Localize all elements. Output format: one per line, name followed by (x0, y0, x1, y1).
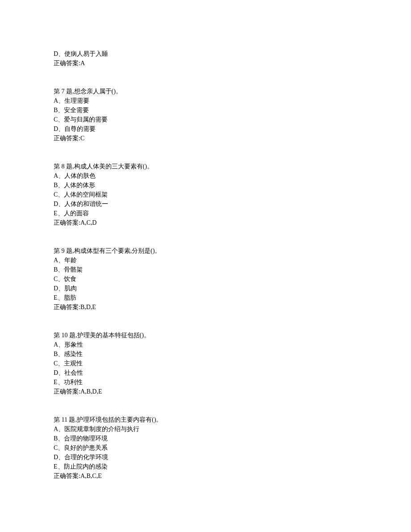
option-text: A、形象性 (54, 340, 357, 349)
option-text: C、良好的护患关系 (54, 443, 357, 452)
option-text: B、骨骼架 (54, 265, 357, 274)
answer-text: 正确答案:A,B,C,E (54, 471, 357, 481)
option-text: D、自尊的需要 (54, 124, 357, 134)
option-text: C、爱与归属的需要 (54, 115, 357, 124)
option-text: A、医院规章制度的介绍与执行 (54, 424, 357, 434)
option-text: E、功利性 (54, 377, 357, 387)
answer-text: 正确答案:C (54, 134, 357, 143)
answer-text: 正确答案:B,D,E (54, 302, 357, 312)
question-title: 第 9 题,构成体型有三个要素,分别是()。 (54, 246, 357, 256)
option-text: E、人的面容 (54, 209, 357, 218)
option-text: A、生理需要 (54, 96, 357, 105)
option-text: D、使病人易于入睡 (54, 49, 357, 59)
question-10: 第 10 题,护理美的基本特征包括()。 A、形象性 B、感染性 C、主观性 D… (54, 331, 357, 396)
option-text: B、安全需要 (54, 105, 357, 115)
question-title: 第 10 题,护理美的基本特征包括()。 (54, 331, 357, 340)
answer-text: 正确答案:A (54, 59, 357, 68)
question-9: 第 9 题,构成体型有三个要素,分别是()。 A、年龄 B、骨骼架 C、饮食 D… (54, 246, 357, 312)
answer-text: 正确答案:A,B,D,E (54, 387, 357, 396)
option-text: D、社会性 (54, 368, 357, 377)
answer-text: 正确答案:A,C,D (54, 218, 357, 227)
question-title: 第 8 题,构成人体美的三大要素有()。 (54, 162, 357, 171)
option-text: E、脂肪 (54, 293, 357, 302)
option-text: B、感染性 (54, 349, 357, 359)
option-text: E、防止院内的感染 (54, 462, 357, 471)
question-8: 第 8 题,构成人体美的三大要素有()。 A、人体的肤色 B、人体的体形 C、人… (54, 162, 357, 227)
option-text: B、人体的体形 (54, 180, 357, 190)
question-7: 第 7 题,想念亲人属于()。 A、生理需要 B、安全需要 C、爱与归属的需要 … (54, 87, 357, 143)
question-title: 第 11 题,护理环境包括的主要内容有()。 (54, 415, 357, 424)
question-fragment: D、使病人易于入睡 正确答案:A (54, 49, 357, 68)
option-text: A、人体的肤色 (54, 171, 357, 180)
option-text: C、主观性 (54, 359, 357, 368)
option-text: D、合理的化学环境 (54, 452, 357, 462)
option-text: D、人体的和谐统一 (54, 199, 357, 209)
option-text: B、合理的物理环境 (54, 434, 357, 443)
option-text: A、年龄 (54, 256, 357, 265)
question-title: 第 7 题,想念亲人属于()。 (54, 87, 357, 96)
option-text: C、饮食 (54, 274, 357, 284)
option-text: D、肌肉 (54, 284, 357, 293)
question-11: 第 11 题,护理环境包括的主要内容有()。 A、医院规章制度的介绍与执行 B、… (54, 415, 357, 481)
option-text: C、人体的空间框架 (54, 190, 357, 199)
